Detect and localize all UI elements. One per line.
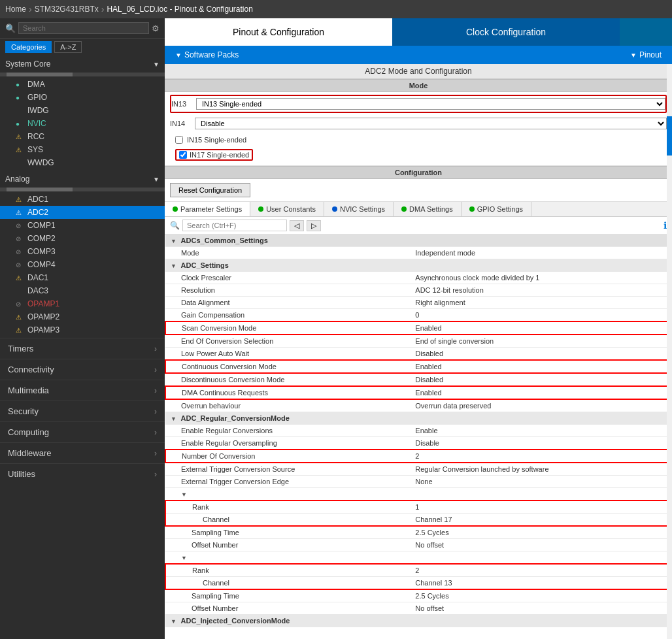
item-label-dac3: DAC3 [27, 286, 48, 295]
warning-icon-opamp2: ⚠ [16, 314, 25, 321]
nav-security[interactable]: Security › [0, 401, 165, 421]
collapse-icon-adc-injected[interactable]: ▼ [171, 618, 176, 625]
item-label-comp1: COMP1 [27, 221, 56, 230]
sidebar-item-opamp2[interactable]: ⚠ OPAMP2 [0, 310, 165, 323]
offset1-value: No offset [410, 539, 671, 551]
resolution-label: Resolution [165, 284, 410, 297]
table-row-gain-comp: Gain Compensation 0 [165, 309, 671, 322]
mode-row-in13: IN13 IN13 Single-ended [170, 95, 667, 113]
sidebar-item-comp3[interactable]: ⊘ COMP3 [0, 245, 165, 258]
collapse-icon-adcs-common[interactable]: ▼ [171, 238, 176, 244]
in13-select[interactable]: IN13 Single-ended [196, 98, 665, 110]
scan-conv-value: Enabled [410, 321, 671, 335]
reset-config-button[interactable]: Reset Configuration [170, 183, 250, 197]
in17-checkbox[interactable] [179, 151, 187, 159]
section-label-analog: Analog [5, 174, 29, 184]
tab-clock-config[interactable]: Clock Configuration [392, 18, 620, 46]
item-label-opamp2: OPAMP2 [27, 312, 59, 321]
nav-middleware[interactable]: Middleware › [0, 442, 165, 463]
breadcrumb-mcu[interactable]: STM32G431RBTx [35, 5, 99, 14]
sidebar-item-adc1[interactable]: ⚠ ADC1 [0, 193, 165, 206]
offset2-value: No offset [410, 602, 671, 615]
disabled-icon-comp4: ⊘ [16, 261, 25, 269]
nav-multimedia[interactable]: Multimedia › [0, 380, 165, 401]
chevron-down-icon: ▼ [153, 61, 160, 68]
tab-gpio-settings[interactable]: GPIO Settings [462, 202, 531, 216]
section-system-core: System Core ▼ ● DMA ● GPIO IWDG ● [0, 56, 165, 171]
item-label-nvic: NVIC [27, 119, 46, 128]
pinout-button[interactable]: ▼ Pinout [620, 50, 672, 59]
channel17-value: Channel 17 [410, 514, 671, 527]
in15-checkbox[interactable] [175, 136, 183, 144]
main-panel: ADC2 Mode and Configuration Mode IN13 IN… [165, 64, 672, 639]
sidebar-item-comp1[interactable]: ⊘ COMP1 [0, 219, 165, 232]
chevron-right-icon-multimedia: › [154, 386, 157, 395]
table-row-adc-regular: ▼ ADC_Regular_ConversionMode [165, 412, 671, 425]
tab-az[interactable]: A->Z [54, 41, 82, 53]
sidebar-item-wwdg[interactable]: WWDG [0, 156, 165, 169]
sidebar-item-iwdg[interactable]: IWDG [0, 104, 165, 117]
section-header-system-core[interactable]: System Core ▼ [0, 56, 165, 73]
channel17-label: Channel [165, 514, 410, 527]
table-row-offset1: Offset Number No offset [165, 539, 671, 551]
sidebar-item-comp2[interactable]: ⊘ COMP2 [0, 232, 165, 245]
sidebar-item-opamp1[interactable]: ⊘ OPAMP1 [0, 297, 165, 310]
tab-categories[interactable]: Categories [5, 41, 52, 53]
sidebar-item-comp4[interactable]: ⊘ COMP4 [0, 258, 165, 271]
breadcrumb-current[interactable]: HAL_06_LCD.ioc - Pinout & Configuration [107, 5, 252, 14]
in14-select[interactable]: Disable [195, 118, 667, 129]
table-row-data-alignment: Data Alignment Right alignment [165, 297, 671, 309]
tab-pinout-config[interactable]: Pinout & Configuration [165, 18, 392, 46]
table-row-offset2: Offset Number No offset [165, 602, 671, 615]
item-label-dac1: DAC1 [27, 273, 48, 282]
table-row-low-power: Low Power Auto Wait Disabled [165, 348, 671, 361]
config-search-input[interactable] [182, 220, 287, 231]
adcs-common-label: ADCs_Common_Settings [181, 237, 268, 244]
tab-nvic-settings[interactable]: NVIC Settings [324, 202, 394, 216]
gear-icon[interactable]: ⚙ [152, 24, 160, 33]
tab-user-constants[interactable]: User Constants [250, 202, 324, 216]
sidebar-item-opamp3[interactable]: ⚠ OPAMP3 [0, 323, 165, 336]
sidebar-item-dac3[interactable]: DAC3 [0, 284, 165, 297]
breadcrumb-home[interactable]: Home [5, 5, 26, 14]
sidebar-item-dma[interactable]: ● DMA [0, 78, 165, 91]
sidebar-item-adc2[interactable]: ⚠ ADC2 [0, 206, 165, 219]
collapse-icon-rank1[interactable]: ▼ [181, 491, 187, 498]
nav-utilities[interactable]: Utilities › [0, 463, 165, 484]
nav-computing[interactable]: Computing › [0, 421, 165, 442]
table-row-overrun: Overrun behaviour Overrun data preserved [165, 399, 671, 412]
data-alignment-value: Right alignment [410, 297, 671, 309]
table-row-adc-settings: ▼ ADC_Settings [165, 259, 671, 272]
rank1-label: Rank [165, 500, 410, 514]
rank2-label: Rank [165, 564, 410, 577]
software-packs-button[interactable]: ▼ Software Packs [165, 50, 249, 59]
section-header-analog[interactable]: Analog ▼ [0, 171, 165, 188]
sidebar-tabs: Categories A->Z [0, 39, 165, 56]
sidebar-item-sys[interactable]: ⚠ SYS [0, 143, 165, 156]
config-section-title: Configuration [165, 166, 672, 179]
chevron-right-icon-middleware: › [154, 449, 157, 458]
nav-label-security: Security [8, 406, 39, 416]
search-next-button[interactable]: ▷ [307, 220, 321, 231]
collapse-icon-adc-settings[interactable]: ▼ [171, 263, 176, 269]
config-tabs: Parameter Settings User Constants NVIC S… [165, 202, 672, 217]
breadcrumb-sep-1: › [29, 4, 32, 14]
sidebar-item-rcc[interactable]: ⚠ RCC [0, 130, 165, 143]
sidebar-item-gpio[interactable]: ● GPIO [0, 91, 165, 104]
collapse-icon-adc-regular[interactable]: ▼ [171, 416, 176, 422]
top-tabs: Pinout & Configuration Clock Configurati… [165, 18, 672, 46]
nav-connectivity[interactable]: Connectivity › [0, 359, 165, 380]
search-input[interactable] [18, 22, 149, 34]
nav-timers[interactable]: Timers › [0, 338, 165, 359]
tab-dma-settings[interactable]: DMA Settings [394, 202, 462, 216]
collapse-icon-rank2[interactable]: ▼ [181, 555, 187, 561]
settings-table: ▼ ADCs_Common_Settings Mode Independent … [165, 235, 672, 627]
search-prev-button[interactable]: ◁ [290, 220, 304, 231]
sidebar-item-nvic[interactable]: ● NVIC [0, 117, 165, 130]
warning-icon-dac1: ⚠ [16, 274, 25, 282]
dot-user-constants [258, 206, 263, 212]
tab-parameter-settings[interactable]: Parameter Settings [165, 202, 250, 216]
overrun-value: Overrun data preserved [410, 399, 671, 412]
sidebar-item-dac1[interactable]: ⚠ DAC1 [0, 271, 165, 284]
tab-extra[interactable] [620, 18, 672, 46]
